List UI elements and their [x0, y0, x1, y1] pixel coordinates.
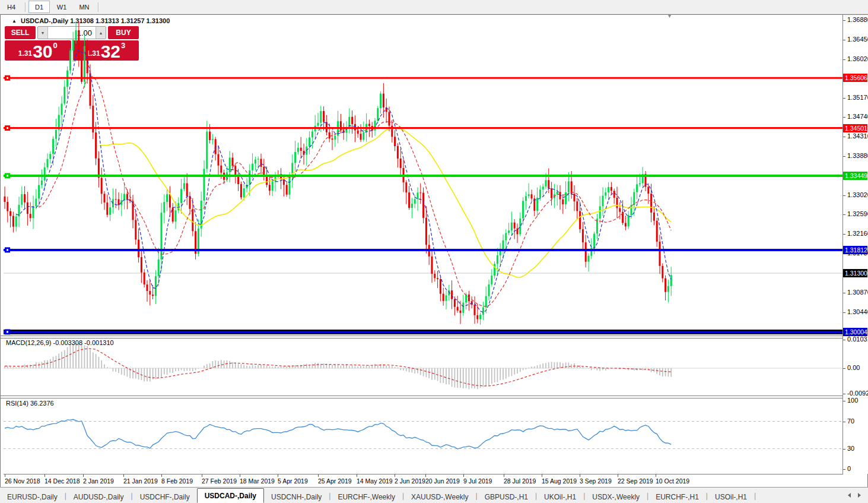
- tab-scroll-right-icon[interactable]: [858, 493, 861, 498]
- price-axis-label: 1.35170: [847, 94, 868, 101]
- price-axis-tick: [843, 20, 845, 21]
- trading-platform-screen: H4D1W1MN ▲ USDCAD-,Daily 1.31308 1.31313…: [0, 0, 868, 503]
- price-axis-label: 1.33020: [847, 191, 868, 198]
- chart-tab-audusd-daily[interactable]: AUDUSD-,Daily: [66, 491, 131, 503]
- tab-divider: |: [754, 492, 756, 500]
- tab-scroll-left-icon[interactable]: [848, 493, 851, 498]
- timeframe-toolbar: H4D1W1MN: [0, 0, 868, 14]
- price-axis-tick: [843, 117, 845, 118]
- date-tick: [202, 474, 202, 477]
- rsi-label: RSI(14) 36.2376: [6, 400, 54, 407]
- price-axis-label: 1.32590: [847, 210, 868, 217]
- date-label: 28 Jul 2019: [504, 477, 536, 485]
- price-axis-tick: [843, 195, 845, 196]
- macd-axis-tick: [843, 340, 845, 340]
- chart-tab-ukoil-h1[interactable]: UKOil-,H1: [537, 491, 583, 503]
- price-chart-canvas[interactable]: [4, 15, 842, 336]
- rsi-line: [5, 419, 671, 449]
- macd-label: MACD(12,26,9) -0.003308 -0.001310: [6, 339, 114, 346]
- date-label: 15 Aug 2019: [542, 477, 577, 485]
- rsi-axis-tick: [843, 422, 845, 422]
- date-label: 2 Jun 2019: [395, 477, 425, 485]
- chart-tab-usoil-h1[interactable]: USOil-,H1: [708, 491, 754, 503]
- rsi-indicator-canvas[interactable]: [4, 397, 842, 474]
- price-axis-tick: [843, 40, 845, 40]
- toolbar-separator: [25, 2, 26, 12]
- date-label: 26 Nov 2018: [5, 477, 40, 485]
- date-label: 2 Jan 2019: [83, 477, 114, 485]
- rsi-axis-tick: [843, 469, 845, 470]
- chart-tab-usdchf-daily[interactable]: USDCHF-,Daily: [133, 491, 197, 503]
- price-axis-tick: [843, 156, 845, 157]
- date-tick: [83, 474, 84, 477]
- date-tick: [504, 474, 504, 477]
- chart-tab-usdx-weekly[interactable]: USDX-,Weekly: [585, 491, 647, 503]
- date-tick: [123, 474, 124, 477]
- date-label: 8 Feb 2019: [161, 477, 193, 485]
- date-tick: [580, 474, 580, 477]
- macd-axis-tick: [843, 394, 845, 394]
- price-axis-tick: [843, 293, 845, 293]
- date-tick: [5, 474, 5, 477]
- rsi-axis-tick: [843, 401, 845, 401]
- price-axis-tick: [843, 312, 845, 313]
- timeframe-button-w1[interactable]: W1: [51, 1, 72, 13]
- date-label: 10 Oct 2019: [656, 477, 689, 485]
- date-tick: [656, 474, 656, 477]
- timeframe-button-d1[interactable]: D1: [28, 1, 50, 13]
- macd-axis-label: 0.010311: [847, 336, 868, 343]
- price-badge-1.35606: 1.35606: [843, 74, 867, 82]
- chart-tab-bar: EURUSD-,Daily|AUDUSD-,Daily|USDCHF-,Dail…: [0, 487, 868, 503]
- date-tick: [463, 474, 464, 477]
- date-tick: [240, 474, 240, 477]
- price-axis-tick: [843, 59, 845, 60]
- date-tick: [357, 474, 357, 477]
- date-label: 22 Sep 2019: [618, 477, 653, 485]
- chart-tab-eurchf-h1[interactable]: EURCHF-,H1: [648, 491, 706, 503]
- toolbar-separator: [98, 2, 98, 12]
- rsi-axis-label: 70: [847, 417, 854, 425]
- date-label: 20 Jun 2019: [425, 477, 460, 485]
- timeframe-button-h4[interactable]: H4: [1, 1, 22, 13]
- chart-tab-eurusd-daily[interactable]: EURUSD-,Daily: [0, 491, 65, 503]
- price-axis-label: 1.34310: [847, 132, 868, 140]
- date-tick: [44, 474, 45, 477]
- date-label: 5 Apr 2019: [278, 477, 308, 485]
- price-badge-1.30004: 1.30004: [843, 328, 867, 336]
- chart-tab-usdcnh-daily[interactable]: USDCNH-,Daily: [264, 491, 329, 503]
- ma-medium-line: [39, 77, 672, 307]
- macd-axis-label: 0.00: [847, 364, 860, 371]
- date-label: 18 Mar 2019: [240, 477, 275, 485]
- macd-axis-label: -0.009203: [847, 390, 868, 397]
- candles-layer: [4, 21, 672, 325]
- price-axis-label: 1.32160: [847, 230, 868, 237]
- price-axis-column[interactable]: [842, 15, 868, 474]
- chart-tab-eurchf-weekly[interactable]: EURCHF-,Weekly: [330, 491, 402, 503]
- rsi-axis-label: 0: [847, 465, 851, 472]
- price-axis-label: 1.30440: [847, 308, 868, 315]
- price-badge-1.33449: 1.33449: [843, 172, 867, 180]
- rsi-axis-tick: [843, 449, 845, 450]
- date-tick: [278, 474, 278, 477]
- date-label: 25 Apr 2019: [318, 477, 352, 485]
- price-badge-1.34501: 1.34501: [843, 124, 867, 132]
- price-axis-label: 1.33880: [847, 152, 868, 159]
- macd-indicator-canvas[interactable]: [4, 337, 842, 395]
- price-axis-label: 1.36020: [847, 55, 868, 62]
- timeframe-button-mn[interactable]: MN: [74, 1, 95, 13]
- price-badge-1.31300: 1.31300: [843, 269, 867, 277]
- date-label: 3 Sep 2019: [580, 477, 612, 485]
- chart-tab-xauusd-weekly[interactable]: XAUUSD-,Weekly: [404, 491, 475, 503]
- price-axis-tick: [843, 214, 845, 215]
- tabs-host: EURUSD-,Daily|AUDUSD-,Daily|USDCHF-,Dail…: [0, 488, 756, 503]
- date-axis[interactable]: 26 Nov 201814 Dec 20182 Jan 201921 Jan 2…: [4, 474, 843, 487]
- date-tick: [542, 474, 542, 477]
- price-axis-label: 1.30870: [847, 289, 868, 296]
- chart-tab-gbpusd-h1[interactable]: GBPUSD-,H1: [478, 491, 535, 503]
- date-label: 27 Feb 2019: [202, 477, 237, 485]
- date-tick: [318, 474, 319, 477]
- price-axis-label: 1.34740: [847, 113, 868, 120]
- chart-tab-usdcad-daily[interactable]: USDCAD-,Daily: [197, 488, 264, 503]
- date-label: 21 Jan 2019: [123, 477, 158, 485]
- price-axis-label: 1.36450: [847, 36, 868, 43]
